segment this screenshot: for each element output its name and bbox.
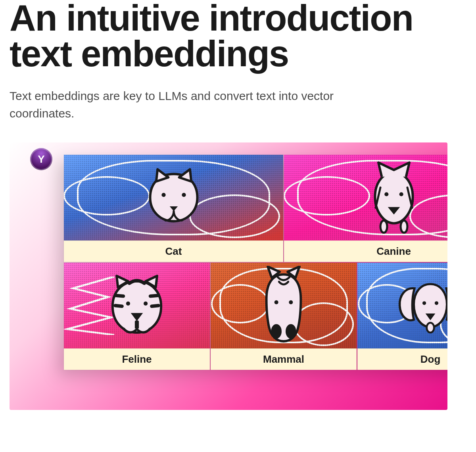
svg-point-10 xyxy=(289,300,293,304)
tile-label: Cat xyxy=(64,240,283,262)
tile-label: Feline xyxy=(64,348,210,370)
article-title: An intuitive introduction text embedding… xyxy=(10,0,466,71)
mammal-icon xyxy=(250,266,317,345)
tile-label: Canine xyxy=(284,240,447,262)
svg-point-13 xyxy=(422,301,426,305)
svg-point-12 xyxy=(286,324,296,339)
tile-cat: Cat xyxy=(63,154,284,262)
animal-grid: Cat Canine xyxy=(63,154,447,410)
hero-illustration: Y Cat xyxy=(10,142,447,410)
cat-icon xyxy=(140,164,207,231)
svg-point-6 xyxy=(126,302,130,306)
svg-point-9 xyxy=(274,300,278,304)
svg-point-7 xyxy=(144,302,148,306)
tile-label: Mammal xyxy=(211,348,357,370)
dog-icon xyxy=(397,272,447,339)
article-subtitle: Text embeddings are key to LLMs and conv… xyxy=(10,87,398,122)
canine-icon xyxy=(360,158,428,237)
article-page: An intuitive introduction text embedding… xyxy=(0,0,476,452)
tile-mammal: Mammal xyxy=(210,262,357,370)
tile-feline: Feline xyxy=(63,262,210,370)
source-badge: Y xyxy=(30,148,52,170)
svg-point-14 xyxy=(435,301,438,305)
svg-point-2 xyxy=(384,192,388,196)
tile-label: Dog xyxy=(357,348,447,370)
svg-point-3 xyxy=(399,192,403,196)
svg-point-1 xyxy=(182,193,186,197)
tile-canine: Canine xyxy=(284,154,447,262)
tile-dog: Dog xyxy=(357,262,447,370)
svg-point-5 xyxy=(401,221,407,233)
svg-point-4 xyxy=(380,221,387,233)
svg-point-0 xyxy=(161,193,165,197)
svg-point-11 xyxy=(271,324,282,339)
feline-icon xyxy=(103,272,171,339)
svg-point-15 xyxy=(427,323,434,333)
